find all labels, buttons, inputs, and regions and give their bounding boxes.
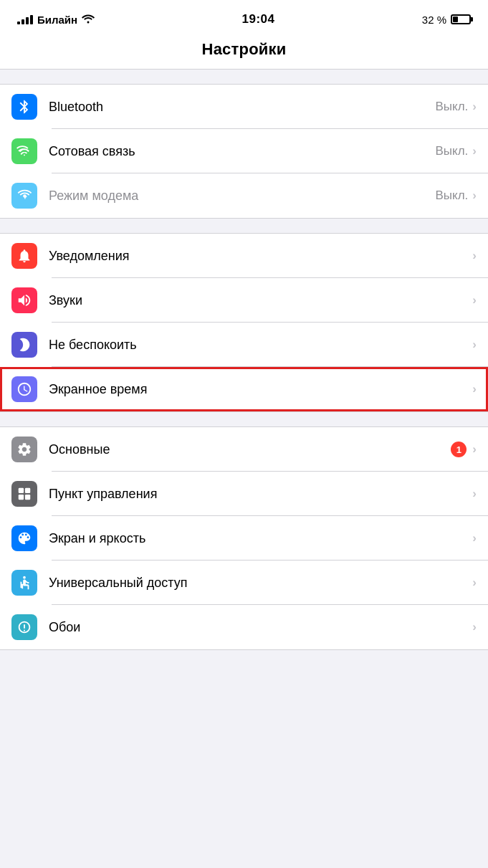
- battery-percent-label: 32 %: [422, 14, 446, 26]
- display-icon-bg: [11, 525, 37, 551]
- screentime-icon: [16, 381, 32, 397]
- donotdisturb-icon-bg: [11, 332, 37, 358]
- general-badge: 1: [451, 442, 467, 457]
- bar2: [21, 19, 24, 24]
- settings-group-connectivity: Bluetooth Выкл. › Сотовая связь Выкл. ›: [0, 84, 488, 219]
- bar4: [30, 15, 33, 24]
- controlcenter-icon: [16, 486, 32, 502]
- display-icon: [16, 530, 32, 546]
- bluetooth-icon: [16, 99, 32, 115]
- notifications-icon: [16, 248, 32, 264]
- settings-group-inner-connectivity: Bluetooth Выкл. › Сотовая связь Выкл. ›: [0, 84, 488, 219]
- svg-point-4: [23, 576, 26, 579]
- donotdisturb-label: Не беспокоить: [49, 338, 472, 353]
- bluetooth-icon-bg: [11, 94, 37, 120]
- battery-icon: [451, 14, 471, 24]
- general-chevron: ›: [472, 442, 477, 457]
- carrier-label: Билайн: [37, 14, 77, 26]
- general-label: Основные: [49, 442, 451, 457]
- cellular-icon: [16, 143, 32, 159]
- settings-row-display[interactable]: Экран и яркость ›: [0, 516, 488, 561]
- battery-body: [451, 14, 471, 24]
- hotspot-value: Выкл.: [435, 189, 468, 203]
- controlcenter-label: Пункт управления: [49, 487, 472, 502]
- bar1: [17, 22, 20, 24]
- settings-group-inner-general: Основные 1 › Пункт управления ›: [0, 426, 488, 650]
- settings-row-notifications[interactable]: Уведомления ›: [0, 234, 488, 278]
- page-title: Настройки: [202, 40, 287, 58]
- wallpaper-chevron: ›: [472, 620, 477, 634]
- hotspot-icon: [16, 188, 32, 204]
- screentime-label: Экранное время: [49, 382, 472, 397]
- bluetooth-chevron: ›: [472, 100, 477, 114]
- settings-row-screentime[interactable]: Экранное время ›: [0, 367, 488, 411]
- sounds-icon-bg: [11, 287, 37, 313]
- notifications-label: Уведомления: [49, 249, 472, 264]
- settings-row-accessibility[interactable]: Универсальный доступ ›: [0, 561, 488, 605]
- accessibility-chevron: ›: [472, 576, 477, 590]
- svg-rect-1: [25, 488, 30, 493]
- status-time: 19:04: [241, 12, 274, 27]
- cellular-chevron: ›: [472, 144, 477, 158]
- svg-rect-3: [25, 495, 30, 500]
- wifi-icon: [82, 14, 95, 26]
- settings-row-general[interactable]: Основные 1 ›: [0, 427, 488, 472]
- sounds-chevron: ›: [472, 293, 477, 307]
- battery-fill: [453, 16, 458, 22]
- settings-row-controlcenter[interactable]: Пункт управления ›: [0, 472, 488, 516]
- hotspot-icon-bg: [11, 183, 37, 209]
- svg-rect-2: [19, 495, 24, 500]
- screentime-chevron: ›: [472, 382, 477, 396]
- page-title-bar: Настройки: [0, 34, 488, 70]
- status-right: 32 %: [422, 14, 471, 26]
- hotspot-chevron: ›: [472, 189, 477, 203]
- settings-row-hotspot[interactable]: Режим модема Выкл. ›: [0, 173, 488, 218]
- settings-row-sounds[interactable]: Звуки ›: [0, 278, 488, 323]
- accessibility-label: Универсальный доступ: [49, 576, 472, 591]
- status-left: Билайн: [17, 14, 95, 26]
- svg-rect-0: [19, 488, 24, 493]
- display-label: Экран и яркость: [49, 531, 472, 546]
- settings-row-cellular[interactable]: Сотовая связь Выкл. ›: [0, 129, 488, 173]
- settings-group-general: Основные 1 › Пункт управления ›: [0, 426, 488, 650]
- settings-group-inner-notifications: Уведомления › Звуки › Не беспокоить ›: [0, 233, 488, 412]
- notifications-chevron: ›: [472, 249, 477, 263]
- display-chevron: ›: [472, 531, 477, 545]
- gear-icon: [16, 442, 32, 457]
- controlcenter-chevron: ›: [472, 487, 477, 501]
- bluetooth-value: Выкл.: [435, 100, 468, 114]
- donotdisturb-chevron: ›: [472, 338, 477, 352]
- settings-row-bluetooth[interactable]: Bluetooth Выкл. ›: [0, 85, 488, 129]
- moon-icon: [16, 337, 32, 353]
- cellular-icon-bg: [11, 138, 37, 164]
- wallpaper-label: Обои: [49, 620, 472, 635]
- bar3: [26, 17, 29, 24]
- cellular-value: Выкл.: [435, 144, 468, 158]
- notifications-icon-bg: [11, 243, 37, 269]
- general-icon-bg: [11, 437, 37, 462]
- signal-bars-icon: [17, 14, 33, 24]
- sounds-label: Звуки: [49, 293, 472, 308]
- accessibility-icon: [16, 575, 32, 591]
- settings-group-notifications: Уведомления › Звуки › Не беспокоить ›: [0, 233, 488, 412]
- screentime-icon-bg: [11, 376, 37, 402]
- wallpaper-icon: [16, 619, 32, 635]
- status-bar: Билайн 19:04 32 %: [0, 0, 488, 34]
- cellular-label: Сотовая связь: [49, 144, 435, 159]
- settings-row-donotdisturb[interactable]: Не беспокоить ›: [0, 323, 488, 367]
- wallpaper-icon-bg: [11, 614, 37, 640]
- settings-row-wallpaper[interactable]: Обои ›: [0, 605, 488, 649]
- controlcenter-icon-bg: [11, 481, 37, 507]
- bluetooth-label: Bluetooth: [49, 100, 435, 115]
- accessibility-icon-bg: [11, 570, 37, 596]
- hotspot-label: Режим модема: [49, 189, 435, 204]
- sounds-icon: [16, 292, 32, 308]
